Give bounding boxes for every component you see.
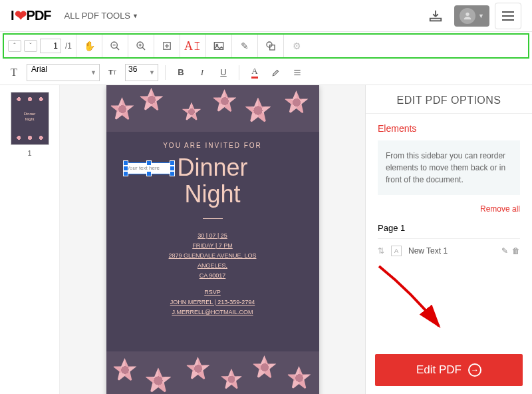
address-line: 2879 GLENDALE AVENUE, LOS	[106, 251, 319, 261]
invited-text: YOU ARE INVITED FOR	[106, 142, 319, 149]
edit-pdf-label: Edit PDF	[416, 363, 462, 377]
svg-rect-18	[270, 45, 275, 50]
svg-rect-15	[214, 43, 223, 50]
info-box: From this sidebar you can reorder elemen…	[378, 140, 520, 195]
thumbnail-panel: DinnerNight 1	[0, 85, 60, 394]
main-area: DinnerNight 1 YOU ARE INVITED FOR Dinner…	[0, 85, 532, 394]
address-line: ANGELES,	[106, 261, 319, 271]
shapes-icon[interactable]	[262, 37, 279, 55]
page-thumbnail[interactable]: DinnerNight	[11, 92, 49, 145]
element-list-item[interactable]: ⇅ A New Text 1 ✎ 🗑	[378, 239, 520, 263]
fit-page-icon[interactable]	[158, 37, 176, 55]
address-line: CA 90017	[106, 271, 319, 281]
hand-tool-icon[interactable]: ✋	[80, 37, 98, 55]
prev-page-button[interactable]: ˆ	[8, 40, 21, 52]
zoom-in-icon[interactable]	[132, 37, 150, 55]
settings-gear-icon[interactable]: ⚙	[288, 37, 305, 55]
font-size-icon: 𝗧T	[104, 64, 121, 81]
reorder-icon[interactable]: ⇅	[378, 246, 384, 256]
logo-pdf: PDF	[27, 8, 51, 23]
edit-pdf-button[interactable]: Edit PDF →	[375, 354, 523, 386]
thumbnail-number: 1	[27, 149, 31, 157]
font-size-select[interactable]: 36▼	[125, 64, 158, 81]
caret-down-icon: ▼	[478, 13, 484, 19]
font-family-select[interactable]: Arial▼	[27, 64, 100, 81]
hamburger-menu[interactable]	[495, 3, 521, 29]
caret-down-icon: ▼	[132, 13, 138, 19]
svg-line-6	[116, 47, 119, 50]
draw-icon[interactable]: ✎	[236, 37, 253, 55]
download-icon[interactable]	[422, 3, 449, 29]
add-image-icon[interactable]	[210, 37, 227, 55]
size-value: 36	[128, 65, 137, 74]
svg-point-1	[466, 12, 469, 15]
next-page-button[interactable]: ˇ	[24, 40, 37, 52]
caret-down-icon: ▼	[149, 69, 155, 76]
svg-line-9	[142, 47, 145, 50]
element-name: New Text 1	[408, 246, 448, 256]
avatar-icon	[460, 8, 475, 24]
page-number-input[interactable]	[40, 39, 61, 53]
heart-icon: ❤	[15, 7, 26, 25]
bold-button[interactable]: B	[172, 64, 190, 81]
spacing-button[interactable]	[289, 64, 306, 81]
selected-text-element[interactable]: Your text here	[125, 162, 173, 174]
delete-element-icon[interactable]: 🗑	[512, 246, 520, 256]
main-toolbar: ˆ ˇ /1 ✋ A𝙸 ✎ ⚙	[3, 33, 529, 59]
pdf-page[interactable]: YOU ARE INVITED FOR DinnerNight 30 | 07 …	[106, 85, 319, 394]
logo-i: I	[11, 8, 14, 23]
canvas[interactable]: YOU ARE INVITED FOR DinnerNight 30 | 07 …	[60, 85, 366, 394]
resize-handle[interactable]	[170, 166, 175, 171]
italic-button[interactable]: I	[194, 64, 211, 81]
arrow-right-circle-icon: →	[468, 363, 481, 377]
rsvp-label: RSVP	[106, 288, 319, 297]
font-color-button[interactable]: A	[246, 64, 263, 81]
account-menu[interactable]: ▼	[454, 5, 489, 27]
add-text-icon[interactable]: A𝙸	[184, 37, 201, 55]
resize-handle[interactable]	[123, 171, 128, 176]
logo[interactable]: I ❤ PDF	[11, 7, 51, 25]
resize-handle[interactable]	[146, 160, 152, 166]
svg-rect-0	[430, 18, 442, 21]
page-total: /1	[65, 41, 72, 51]
remove-all-link[interactable]: Remove all	[378, 204, 520, 214]
email-text: J.MERRELL@HOTMAIL.COM	[106, 307, 319, 317]
caret-down-icon: ▼	[90, 69, 96, 76]
page-section-label: Page 1	[378, 223, 520, 239]
zoom-out-icon[interactable]	[106, 37, 124, 55]
resize-handle[interactable]	[123, 166, 128, 171]
elements-section-label: Elements	[378, 123, 520, 134]
all-tools-menu[interactable]: ALL PDF TOOLS ▼	[65, 11, 138, 21]
date-text: 30 | 07 | 25	[106, 231, 319, 241]
contact-text: JOHN MERREL | 213-359-2794	[106, 297, 319, 307]
resize-handle[interactable]	[170, 160, 175, 166]
text-element-icon: A	[391, 246, 402, 256]
underline-button[interactable]: U	[215, 64, 232, 81]
all-tools-label: ALL PDF TOOLS	[65, 11, 130, 21]
resize-handle[interactable]	[170, 171, 175, 176]
resize-handle[interactable]	[123, 160, 128, 166]
day-text: FRIDAY | 7 PM	[106, 241, 319, 251]
text-format-toolbar: T Arial▼ 𝗧T 36▼ B I U A	[0, 60, 532, 85]
font-value: Arial	[31, 65, 47, 74]
edit-element-icon[interactable]: ✎	[501, 246, 508, 256]
resize-handle[interactable]	[146, 171, 152, 176]
topbar: I ❤ PDF ALL PDF TOOLS ▼ ▼	[0, 0, 532, 32]
highlight-button[interactable]	[267, 64, 285, 81]
sidebar-title: EDIT PDF OPTIONS	[366, 85, 532, 114]
options-sidebar: EDIT PDF OPTIONS Elements From this side…	[366, 85, 532, 394]
text-tool-icon[interactable]: T	[5, 64, 23, 81]
